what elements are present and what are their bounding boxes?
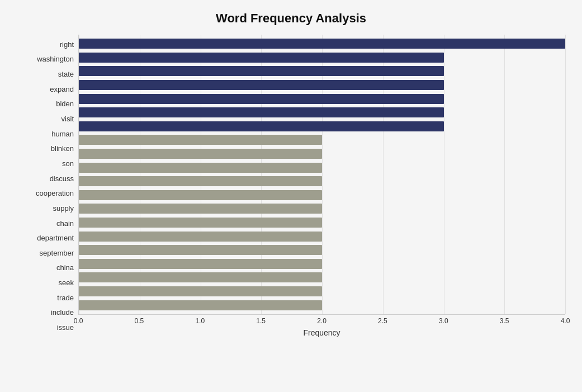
bar — [79, 163, 322, 173]
bar — [79, 232, 322, 242]
y-label: discuss — [50, 172, 74, 185]
y-label: trade — [57, 291, 74, 304]
y-label: september — [40, 246, 74, 259]
bar-row — [79, 176, 565, 187]
bar-row — [79, 258, 565, 270]
bar — [79, 300, 322, 310]
bar — [79, 176, 322, 186]
y-label: right — [60, 37, 74, 51]
bar — [79, 190, 322, 200]
bar-row — [79, 38, 565, 49]
y-label: china — [56, 261, 74, 275]
grid-line — [565, 35, 566, 314]
bar-row — [79, 134, 565, 145]
bar-row — [79, 272, 565, 283]
bar — [79, 218, 322, 228]
bar — [79, 245, 322, 255]
bar-row — [79, 286, 565, 297]
x-tick: 4.0 — [561, 317, 570, 325]
bar — [79, 107, 444, 117]
chart-title: Word Frequency Analysis — [17, 11, 565, 26]
x-tick: 2.0 — [317, 317, 327, 325]
bar — [79, 149, 322, 159]
bar-row — [79, 244, 565, 256]
chart-container: Word Frequency Analysis rightwashingtons… — [0, 0, 582, 392]
bar-row — [79, 300, 565, 311]
y-label: supply — [53, 201, 74, 215]
bar — [79, 39, 565, 49]
x-tick: 2.5 — [378, 317, 387, 325]
x-tick: 0.5 — [135, 317, 144, 325]
bar-row — [79, 121, 565, 132]
bar-row — [79, 79, 565, 91]
bars-list — [79, 35, 565, 314]
y-axis: rightwashingtonstateexpandbidenvisithuma… — [17, 35, 78, 337]
bar — [79, 204, 322, 214]
bars-and-xaxis: 0.00.51.01.52.02.53.03.54.0 Frequency — [78, 35, 565, 337]
bar — [79, 272, 322, 282]
y-label: state — [58, 68, 74, 81]
y-label: son — [62, 157, 74, 170]
bar-row — [79, 107, 565, 118]
x-tick: 3.0 — [439, 317, 448, 325]
bar-row — [79, 217, 565, 228]
y-label: visit — [61, 112, 74, 126]
bar — [79, 94, 444, 104]
x-axis-label: Frequency — [78, 328, 565, 337]
y-label: washington — [37, 53, 74, 66]
bar — [79, 53, 444, 63]
bar — [79, 259, 322, 269]
y-label: human — [51, 127, 74, 140]
bar — [79, 121, 444, 131]
x-tick: 1.5 — [256, 317, 266, 325]
bars-area — [78, 35, 565, 315]
x-tick: 1.0 — [195, 317, 205, 325]
bar-row — [79, 52, 565, 63]
y-label: seek — [59, 276, 74, 290]
bar — [79, 135, 322, 145]
x-tick: 0.0 — [74, 317, 83, 325]
y-label: chain — [56, 216, 74, 230]
x-tick: 3.5 — [500, 317, 509, 325]
chart-area: rightwashingtonstateexpandbidenvisithuma… — [17, 35, 565, 337]
bar-row — [79, 231, 565, 242]
y-label: department — [37, 232, 74, 245]
y-label: issue — [57, 320, 74, 334]
bar-row — [79, 65, 565, 77]
bar-row — [79, 203, 565, 214]
bar-row — [79, 93, 565, 105]
y-label: expand — [50, 82, 74, 96]
bar — [79, 286, 322, 296]
x-axis: 0.00.51.01.52.02.53.03.54.0 Frequency — [78, 315, 565, 337]
y-label: biden — [56, 97, 74, 111]
y-label: blinken — [51, 142, 74, 155]
bar-row — [79, 162, 565, 173]
bar — [79, 66, 444, 76]
bar-row — [79, 148, 565, 159]
x-ticks: 0.00.51.01.52.02.53.03.54.0 — [78, 315, 565, 326]
bar — [79, 80, 444, 90]
bar-row — [79, 190, 565, 201]
y-label: cooperation — [36, 187, 74, 200]
y-label: include — [51, 306, 74, 319]
